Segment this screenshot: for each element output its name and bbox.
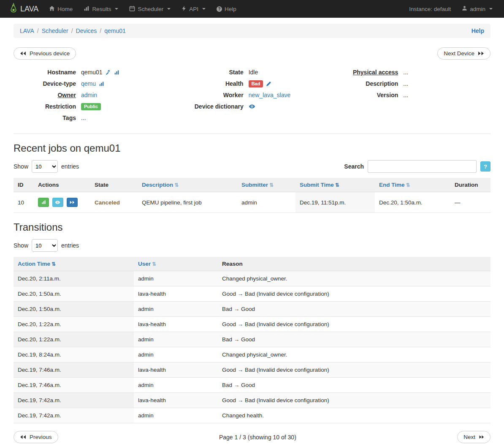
transitions-header-user[interactable]: User⇅ — [134, 257, 218, 271]
bar-chart-icon — [84, 5, 89, 13]
job-view-button[interactable] — [52, 198, 63, 207]
caret-down-icon — [202, 8, 206, 10]
transition-row: Dec.20, 1:22a.m. admin Bad → Good — [14, 332, 490, 347]
job-id: 10 — [14, 192, 34, 213]
caret-down-icon — [489, 8, 493, 10]
transition-user: admin — [134, 302, 218, 317]
device-dictionary-label: Device dictionary — [173, 103, 249, 110]
worker-link[interactable]: new_lava_slave — [249, 92, 291, 98]
fast-forward-icon — [70, 199, 75, 206]
transitions-entries-label: entries — [61, 242, 79, 249]
nav-results[interactable]: Results — [78, 0, 124, 18]
transition-time: Dec.20, 1:22a.m. — [14, 332, 134, 347]
wrench-icon[interactable] — [106, 70, 111, 75]
physical-access-value: ... — [403, 69, 408, 76]
caret-down-icon — [167, 8, 171, 10]
brand-link[interactable]: LAVA — [6, 0, 43, 18]
previous-device-label: Previous device — [30, 50, 70, 57]
transition-reason: Changed health. — [218, 408, 490, 423]
job-submit-time: Dec.19, 11:51p.m. — [295, 192, 375, 213]
jobs-header-state: State — [90, 178, 138, 192]
breadcrumb-scheduler[interactable]: Scheduler — [42, 27, 68, 34]
transition-reason: Good → Bad (Invalid device configuration… — [218, 317, 490, 332]
previous-device-button[interactable]: Previous device — [14, 47, 76, 60]
breadcrumb-lava[interactable]: LAVA — [20, 27, 34, 34]
section-divider — [14, 133, 490, 134]
transition-time: Dec.20, 1:50a.m. — [14, 302, 134, 317]
next-page-label: Next — [463, 434, 475, 440]
nav-scheduler[interactable]: Scheduler — [124, 0, 176, 18]
job-resubmit-button[interactable] — [67, 198, 78, 207]
jobs-header-end-time[interactable]: End Time⇅ — [375, 178, 450, 192]
recent-jobs-title: Recent jobs on qemu01 — [14, 142, 490, 154]
bolt-icon — [182, 5, 187, 13]
jobs-search-input[interactable] — [368, 160, 477, 173]
breadcrumb-separator: / — [97, 27, 104, 34]
previous-page-label: Previous — [30, 434, 52, 440]
sort-icon: ⇅ — [152, 261, 156, 267]
transition-reason: Good → Bad (Invalid device configuration… — [218, 362, 490, 378]
calendar-icon — [129, 5, 135, 13]
transition-row: Dec.19, 8:24a.m. admin Changed physical_… — [14, 347, 490, 362]
previous-page-button[interactable]: Previous — [14, 431, 58, 443]
jobs-page-size-select[interactable]: 10 — [32, 160, 58, 173]
hostname-value: qemu01 — [81, 69, 103, 76]
description-label: Description — [331, 80, 403, 87]
user-icon — [462, 5, 467, 12]
transition-reason: Good → Bad (Invalid device configuration… — [218, 393, 490, 408]
job-duration: — — [450, 192, 490, 213]
tags-label: Tags — [14, 114, 81, 121]
version-label: Version — [331, 92, 403, 98]
device-report-chart-icon[interactable] — [114, 70, 119, 75]
search-help-button[interactable]: ? — [480, 161, 490, 172]
description-value: ... — [403, 80, 408, 87]
double-chevron-right-icon — [479, 435, 484, 439]
transitions-header-action-time[interactable]: Action Time⇅ — [14, 257, 134, 271]
breadcrumb-devices[interactable]: Devices — [76, 27, 97, 34]
nav-help[interactable]: ? Help — [211, 0, 242, 18]
next-page-button[interactable]: Next — [457, 431, 490, 443]
breadcrumb-help-link[interactable]: Help — [471, 27, 484, 34]
device-type-link[interactable]: qemu — [81, 80, 96, 87]
transitions-title: Transitions — [14, 221, 490, 233]
nav-home[interactable]: Home — [43, 0, 78, 18]
transition-user: admin — [134, 332, 218, 347]
owner-link[interactable]: admin — [81, 92, 97, 98]
jobs-entries-label: entries — [61, 163, 79, 170]
transition-row: Dec.19, 7:42a.m. admin Changed health. — [14, 408, 490, 423]
double-chevron-right-icon — [478, 51, 484, 56]
transition-time: Dec.19, 7:46a.m. — [14, 362, 134, 378]
transition-time: Dec.19, 7:42a.m. — [14, 408, 134, 423]
jobs-header-submit-time[interactable]: Submit Time⇅ — [295, 178, 375, 192]
recent-jobs-table: ID Actions State Description⇅ Submitter⇅… — [14, 178, 490, 213]
transition-user: admin — [134, 378, 218, 393]
hostname-label: Hostname — [14, 69, 81, 76]
job-chart-button[interactable] — [38, 198, 49, 207]
nav-help-label: Help — [225, 6, 236, 12]
job-row: 10 — [14, 192, 490, 213]
transition-user: lava-health — [134, 393, 218, 408]
transitions-page-size-select[interactable]: 10 — [32, 239, 58, 252]
next-device-button[interactable]: Next Device — [437, 47, 490, 60]
device-type-chart-icon[interactable] — [99, 81, 104, 87]
restriction-badge: Public — [81, 103, 101, 110]
user-menu[interactable]: admin — [456, 0, 498, 18]
transition-reason: Bad → Good — [218, 332, 490, 347]
transition-user: lava-health — [134, 317, 218, 332]
transition-row: Dec.19, 7:46a.m. admin Bad → Good — [14, 378, 490, 393]
jobs-header-description[interactable]: Description⇅ — [138, 178, 237, 192]
nav-home-label: Home — [57, 6, 73, 12]
job-description: QEMU pipeline, first job — [138, 192, 237, 213]
next-device-label: Next Device — [444, 50, 474, 57]
transition-time: Dec.20, 2:11a.m. — [14, 271, 134, 286]
device-dictionary-eye-icon[interactable] — [249, 104, 255, 109]
transitions-table: Action Time⇅ User⇅ Reason Dec.20, 2:11a.… — [14, 257, 490, 423]
transition-row: Dec.20, 2:11a.m. admin Changed physical_… — [14, 271, 490, 286]
transition-user: admin — [134, 271, 218, 286]
transition-row: Dec.19, 7:42a.m. lava-health Good → Bad … — [14, 393, 490, 408]
nav-api[interactable]: API — [176, 0, 211, 18]
edit-health-pencil-icon[interactable] — [266, 81, 271, 87]
double-chevron-left-icon — [20, 435, 26, 439]
transition-time: Dec.20, 1:22a.m. — [14, 317, 134, 332]
jobs-header-submitter[interactable]: Submitter⇅ — [237, 178, 295, 192]
